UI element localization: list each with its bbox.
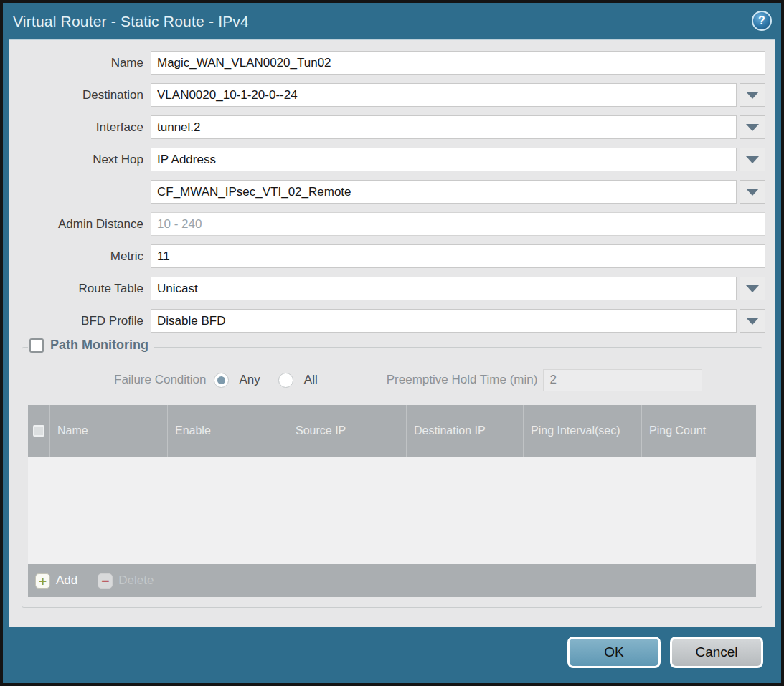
next-hop-address-dropdown-button[interactable] xyxy=(740,180,765,204)
admin-distance-input[interactable] xyxy=(151,212,765,236)
destination-dropdown-button[interactable] xyxy=(740,83,765,107)
next-hop-row: Next Hop xyxy=(9,148,775,171)
chevron-down-icon xyxy=(746,318,759,325)
chevron-down-icon xyxy=(746,156,759,163)
column-header-ping-interval[interactable]: Ping Interval(sec) xyxy=(523,405,641,457)
select-all-cell xyxy=(28,405,49,457)
interface-input[interactable] xyxy=(151,115,737,139)
chevron-down-icon xyxy=(746,189,759,196)
next-hop-address-row xyxy=(9,180,775,204)
route-table-label: Route Table xyxy=(9,282,151,296)
failure-condition-all-radio[interactable] xyxy=(278,373,293,388)
static-route-form: Name Destination Interface xyxy=(9,40,775,333)
dialog-footer: OK Cancel xyxy=(3,627,781,683)
next-hop-type-input[interactable] xyxy=(151,148,737,171)
column-header-ping-count[interactable]: Ping Count xyxy=(641,405,756,457)
next-hop-type-dropdown-button[interactable] xyxy=(740,148,765,171)
path-monitoring-legend: Path Monitoring xyxy=(28,338,154,353)
bfd-profile-row: BFD Profile xyxy=(9,309,775,333)
path-monitoring-table: Name Enable Source IP Destination IP Pin… xyxy=(28,405,756,597)
route-table-input[interactable] xyxy=(151,277,737,300)
path-monitoring-section: Path Monitoring Failure Condition Any Al… xyxy=(22,347,762,608)
preemptive-hold-time-input[interactable] xyxy=(543,369,702,391)
help-icon[interactable]: ? xyxy=(752,11,772,31)
next-hop-address-input[interactable] xyxy=(151,180,737,204)
preemptive-hold-time-label: Preemptive Hold Time (min) xyxy=(387,373,538,387)
bfd-profile-dropdown-button[interactable] xyxy=(740,309,765,333)
column-header-enable[interactable]: Enable xyxy=(167,405,288,457)
title-bar: Virtual Router - Static Route - IPv4 ? xyxy=(3,3,781,39)
table-footer: + Add − Delete xyxy=(28,564,756,597)
bfd-profile-label: BFD Profile xyxy=(9,314,151,328)
name-row: Name xyxy=(9,51,775,75)
failure-condition-all-label: All xyxy=(304,373,318,387)
chevron-down-icon xyxy=(746,124,759,131)
destination-label: Destination xyxy=(9,88,151,103)
dialog-content: Name Destination Interface xyxy=(9,39,775,627)
add-button-label: Add xyxy=(56,573,77,588)
admin-distance-label: Admin Distance xyxy=(9,217,151,232)
add-icon: + xyxy=(35,573,50,589)
dialog-window: Virtual Router - Static Route - IPv4 ? N… xyxy=(0,0,784,686)
path-monitoring-checkbox[interactable] xyxy=(29,338,44,353)
column-header-name[interactable]: Name xyxy=(49,405,167,457)
delete-icon: − xyxy=(98,573,113,589)
delete-button[interactable]: − Delete xyxy=(98,573,154,589)
admin-distance-row: Admin Distance xyxy=(9,212,775,236)
destination-row: Destination xyxy=(9,83,775,107)
failure-condition-any-radio[interactable] xyxy=(214,373,229,388)
select-all-checkbox[interactable] xyxy=(33,425,44,437)
failure-condition-any-label: Any xyxy=(240,373,260,387)
chevron-down-icon xyxy=(746,285,759,292)
name-label: Name xyxy=(9,56,151,70)
destination-input[interactable] xyxy=(151,83,737,107)
metric-input[interactable] xyxy=(151,244,765,268)
cancel-button[interactable]: Cancel xyxy=(670,637,763,668)
dialog-title: Virtual Router - Static Route - IPv4 xyxy=(13,13,249,30)
metric-label: Metric xyxy=(9,249,151,264)
table-body-empty xyxy=(28,457,756,564)
interface-label: Interface xyxy=(9,120,151,135)
path-monitoring-title: Path Monitoring xyxy=(50,338,148,353)
next-hop-label: Next Hop xyxy=(9,153,151,167)
delete-button-label: Delete xyxy=(118,573,154,588)
bfd-profile-input[interactable] xyxy=(151,309,737,333)
column-header-source-ip[interactable]: Source IP xyxy=(288,405,406,457)
route-table-row: Route Table xyxy=(9,277,775,300)
add-button[interactable]: + Add xyxy=(35,573,77,589)
metric-row: Metric xyxy=(9,244,775,268)
interface-dropdown-button[interactable] xyxy=(740,115,765,139)
interface-row: Interface xyxy=(9,115,775,139)
table-header: Name Enable Source IP Destination IP Pin… xyxy=(28,405,756,457)
failure-condition-row: Failure Condition Any All Preemptive Hol… xyxy=(28,368,756,392)
ok-button[interactable]: OK xyxy=(567,637,661,668)
route-table-dropdown-button[interactable] xyxy=(740,277,765,300)
column-header-destination-ip[interactable]: Destination IP xyxy=(406,405,523,457)
name-input[interactable] xyxy=(151,51,765,75)
failure-condition-label: Failure Condition xyxy=(114,373,207,387)
chevron-down-icon xyxy=(746,92,759,99)
